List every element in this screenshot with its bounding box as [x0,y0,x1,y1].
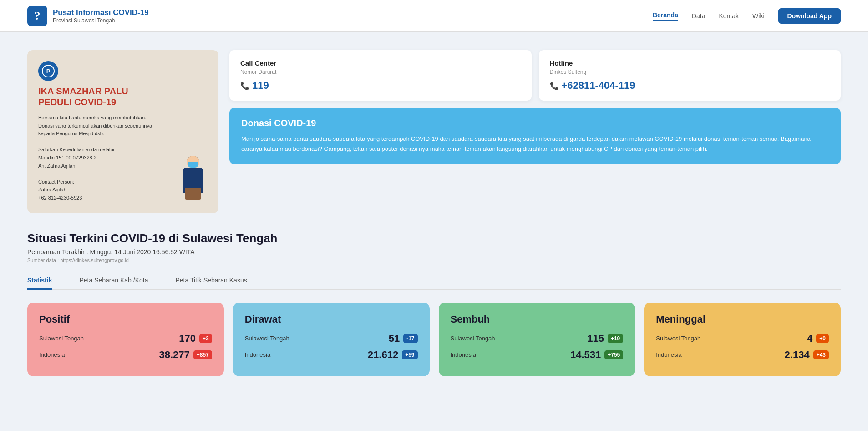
stat-cards: Positif Sulawesi Tengah 170 +2 Indonesia… [27,303,841,376]
meninggal-row-sulteng: Sulawesi Tengah 4 +0 [656,333,829,344]
donation-text: Mari jo sama-sama bantu saudara-saudara … [241,134,829,154]
stats-section: Situasi Terkini COVID-19 di Sulawesi Ten… [27,231,841,376]
stat-card-meninggal: Meninggal Sulawesi Tengah 4 +0 Indonesia… [644,303,841,376]
positif-region2: Indonesia [39,351,65,358]
positif-right2: 38.277 +857 [159,349,212,361]
sembuh-title: Sembuh [451,313,624,325]
banner-header: P [38,61,208,81]
meninggal-right1: 4 +0 [807,333,829,344]
sembuh-number2: 14.531 [570,349,601,361]
stat-card-dirawat: Dirawat Sulawesi Tengah 51 -17 Indonesia… [233,303,430,376]
meninggal-region2: Indonesia [656,351,681,358]
stats-source: Sumber data : https://dinkes.sultengprov… [27,257,841,263]
dirawat-right1: 51 -17 [389,333,418,344]
dirawat-title: Dirawat [245,313,418,325]
tab-peta-titik[interactable]: Peta Titik Sebaran Kasus [175,272,247,290]
dirawat-badge2: +59 [402,350,417,359]
sembuh-right1: 115 +19 [587,333,623,344]
positif-region1: Sulawesi Tengah [39,335,84,342]
meninggal-badge2: +43 [813,350,829,359]
sembuh-row-indonesia: Indonesia 14.531 +755 [451,349,624,361]
phone-icon: 📞 [240,82,249,90]
positif-number2: 38.277 [159,349,189,361]
hotline-card: Hotline Dinkes Sulteng 📞 +62811-404-119 [539,50,841,101]
banner-illustration [175,151,211,206]
call-center-subtitle: Nomor Darurat [240,69,521,75]
positif-title: Positif [39,313,212,325]
top-section: P IKA SMAZHAR PALU PEDULI COVID-19 Bersa… [27,50,841,213]
positif-row-sulteng: Sulawesi Tengah 170 +2 [39,333,212,344]
call-center-title: Call Center [240,59,521,67]
sembuh-number1: 115 [587,333,604,344]
meninggal-title: Meninggal [656,313,829,325]
positif-badge1: +2 [199,334,212,343]
call-center-card: Call Center Nomor Darurat 📞 119 [229,50,532,101]
nav-data[interactable]: Data [692,12,706,20]
banner-card: P IKA SMAZHAR PALU PEDULI COVID-19 Bersa… [27,50,218,213]
sembuh-right2: 14.531 +755 [570,349,623,361]
banner-campaign-name: PEDULI COVID-19 [38,97,208,108]
info-cards-row: Call Center Nomor Darurat 📞 119 Hotline … [229,50,841,101]
download-app-button[interactable]: Download App [778,8,841,24]
tab-peta-kab[interactable]: Peta Sebaran Kab./Kota [79,272,148,290]
dirawat-region2: Indonesia [245,351,270,358]
dirawat-row-sulteng: Sulawesi Tengah 51 -17 [245,333,418,344]
nav-kontak[interactable]: Kontak [719,12,739,20]
dirawat-badge1: -17 [403,334,417,343]
sembuh-badge2: +755 [604,350,623,359]
meninggal-number2: 2.134 [785,349,810,361]
positif-badge2: +857 [193,350,212,359]
header-title-group: Pusat Informasi COVID-19 Provinsi Sulawe… [53,8,149,24]
meninggal-right2: 2.134 +43 [785,349,829,361]
hotline-title: Hotline [550,59,830,67]
dirawat-number2: 21.612 [368,349,398,361]
meninggal-row-indonesia: Indonesia 2.134 +43 [656,349,829,361]
banner-org-name: IKA SMAZHAR PALU [38,86,208,97]
positif-right1: 170 +2 [179,333,212,344]
meninggal-number1: 4 [807,333,812,344]
stat-card-sembuh: Sembuh Sulawesi Tengah 115 +19 Indonesia… [439,303,635,376]
main-content: P IKA SMAZHAR PALU PEDULI COVID-19 Bersa… [0,32,868,395]
main-nav: Beranda Data Kontak Wiki Download App [653,8,841,24]
right-cards: Call Center Nomor Darurat 📞 119 Hotline … [229,50,841,213]
app-logo-icon: ? [27,6,47,26]
donation-card[interactable]: Donasi COVID-19 Mari jo sama-sama bantu … [229,108,841,164]
dirawat-number1: 51 [389,333,400,344]
positif-number1: 170 [179,333,196,344]
hotline-subtitle: Dinkes Sulteng [550,69,830,75]
app-subtitle: Provinsi Sulawesi Tengah [53,17,149,24]
stats-tabs: Statistik Peta Sebaran Kab./Kota Peta Ti… [27,272,841,290]
donation-title: Donasi COVID-19 [241,118,829,128]
meninggal-region1: Sulawesi Tengah [656,335,700,342]
stat-card-positif: Positif Sulawesi Tengah 170 +2 Indonesia… [27,303,224,376]
app-title: Pusat Informasi COVID-19 [53,8,149,17]
svg-text:P: P [46,68,51,75]
dirawat-region1: Sulawesi Tengah [245,335,289,342]
phone-icon-2: 📞 [550,82,559,90]
stats-update: Pembaruan Terakhir : Minggu, 14 Juni 202… [27,248,841,256]
dirawat-right2: 21.612 +59 [368,349,418,361]
sembuh-badge1: +19 [608,334,623,343]
nav-wiki[interactable]: Wiki [752,12,764,20]
sembuh-region1: Sulawesi Tengah [451,335,495,342]
sembuh-region2: Indonesia [451,351,476,358]
banner-logo-icon: P [38,61,58,81]
tab-statistik[interactable]: Statistik [27,272,52,290]
stats-heading: Situasi Terkini COVID-19 di Sulawesi Ten… [27,231,841,246]
call-center-number: 📞 119 [240,80,521,92]
dirawat-row-indonesia: Indonesia 21.612 +59 [245,349,418,361]
logo-area: ? Pusat Informasi COVID-19 Provinsi Sula… [27,6,149,26]
sembuh-row-sulteng: Sulawesi Tengah 115 +19 [451,333,624,344]
meninggal-badge1: +0 [816,334,829,343]
header: ? Pusat Informasi COVID-19 Provinsi Sula… [0,0,868,32]
hotline-number: 📞 +62811-404-119 [550,80,830,92]
positif-row-indonesia: Indonesia 38.277 +857 [39,349,212,361]
nav-beranda[interactable]: Beranda [653,11,678,21]
